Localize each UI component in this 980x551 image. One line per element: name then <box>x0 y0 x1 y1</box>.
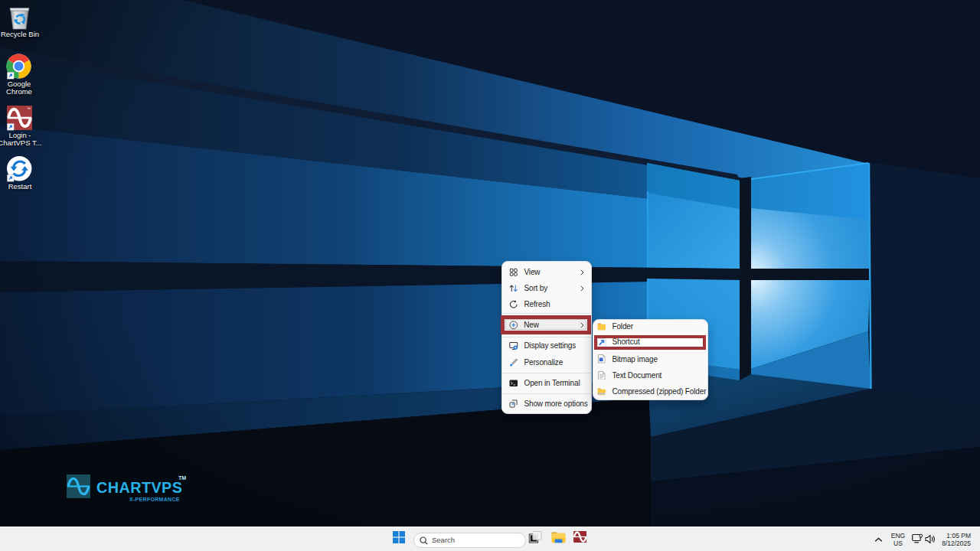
svg-text:™: ™ <box>27 106 31 111</box>
